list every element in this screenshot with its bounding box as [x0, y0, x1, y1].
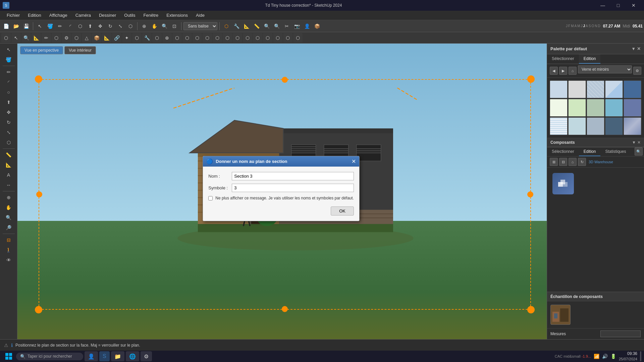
- tb2-13[interactable]: ✦: [122, 33, 131, 43]
- menu-aide[interactable]: Aide: [192, 11, 209, 19]
- ltb-select[interactable]: ↖: [2, 45, 15, 54]
- scale-button[interactable]: ⤡: [116, 21, 125, 31]
- comp-collapse[interactable]: ▼: [632, 140, 636, 145]
- mat-swatch[interactable]: [550, 117, 568, 135]
- ltb-offset[interactable]: ⬡: [2, 138, 15, 147]
- tb2-3[interactable]: 🔍: [21, 33, 31, 43]
- comp-search-icon[interactable]: 🔍: [635, 147, 643, 156]
- ltb-circle[interactable]: ○: [2, 87, 15, 97]
- ltb-arc[interactable]: ◜: [2, 77, 15, 87]
- mat-swatch[interactable]: [605, 99, 623, 117]
- ok-button[interactable]: OK: [331, 206, 354, 216]
- arc-button[interactable]: ◜: [65, 21, 75, 31]
- tool-8[interactable]: 👤: [302, 21, 312, 31]
- rotate-button[interactable]: ↻: [106, 21, 115, 31]
- mesures-input[interactable]: [600, 330, 641, 337]
- ltb-zoom2[interactable]: 🔎: [2, 223, 15, 232]
- viewport[interactable]: Vue en perspective Vue intérieur: [17, 44, 547, 339]
- mat-swatch[interactable]: [587, 80, 604, 98]
- section-plane-button[interactable]: ⬡: [222, 21, 231, 31]
- zoom-button[interactable]: 🔍: [160, 21, 169, 31]
- ltb-dim[interactable]: ↔: [2, 180, 15, 190]
- ltb-section[interactable]: ⊟: [2, 235, 15, 245]
- palette-collapse[interactable]: ▼: [631, 46, 636, 51]
- comp-nav-2[interactable]: ⊟: [559, 158, 567, 166]
- menu-extensions[interactable]: Extensions: [162, 11, 192, 19]
- mat-swatch[interactable]: [568, 99, 586, 117]
- perspective-button[interactable]: Vue en perspective: [20, 46, 63, 54]
- tab-edition[interactable]: Edition: [579, 54, 601, 64]
- tb2-18[interactable]: ⬡: [172, 33, 182, 43]
- new-button[interactable]: 📄: [1, 21, 11, 31]
- ltb-paint[interactable]: 🪣: [2, 55, 15, 64]
- taskbar-clock[interactable]: 09:36 25/07/2024: [619, 351, 637, 362]
- ltb-angle[interactable]: 📐: [2, 160, 15, 170]
- symbole-input[interactable]: [232, 184, 354, 192]
- ltb-zoom[interactable]: 🔍: [2, 213, 15, 222]
- tool-3[interactable]: 📏: [252, 21, 261, 31]
- comp-close[interactable]: ✕: [637, 140, 641, 145]
- materials-more[interactable]: ⚙: [633, 67, 641, 75]
- menu-affichage[interactable]: Affichage: [45, 11, 71, 19]
- ltb-tape[interactable]: 📏: [2, 150, 15, 160]
- tb2-7[interactable]: ⚙: [62, 33, 71, 43]
- comp-tab-edition[interactable]: Edition: [579, 147, 601, 156]
- task-files[interactable]: 📁: [111, 351, 124, 361]
- tb2-30[interactable]: ⬡: [293, 33, 303, 43]
- tb2-15[interactable]: 🔧: [142, 33, 152, 43]
- ltb-move[interactable]: ✥: [2, 108, 15, 117]
- tb2-17[interactable]: ⊕: [162, 33, 172, 43]
- tb2-12[interactable]: 🔗: [112, 33, 121, 43]
- ltb-line[interactable]: ✏: [2, 67, 15, 77]
- nom-input[interactable]: [232, 172, 354, 180]
- select-button[interactable]: ↖: [35, 21, 45, 31]
- tb2-20[interactable]: ⬡: [193, 33, 202, 43]
- mat-swatch[interactable]: [605, 117, 623, 135]
- shapes-button[interactable]: ⬡: [75, 21, 85, 31]
- nav-prev[interactable]: ◀: [550, 67, 558, 75]
- mat-swatch[interactable]: [587, 99, 604, 117]
- tool-7[interactable]: 📷: [292, 21, 302, 31]
- mat-swatch[interactable]: [624, 99, 641, 117]
- tb2-6[interactable]: ⬡: [52, 33, 61, 43]
- open-button[interactable]: 📂: [11, 21, 21, 31]
- nav-home[interactable]: ⌂: [569, 67, 577, 75]
- taskbar-search[interactable]: 🔍 Taper ici pour rechercher: [16, 353, 83, 360]
- tb2-9[interactable]: △: [82, 33, 91, 43]
- line-button[interactable]: ✏: [55, 21, 65, 31]
- offset-button[interactable]: ⬡: [126, 21, 135, 31]
- tab-selectionner[interactable]: Sélectionner: [547, 54, 579, 64]
- show-desktop-button[interactable]: [640, 351, 641, 361]
- tb2-22[interactable]: ⬡: [213, 33, 222, 43]
- menu-outils[interactable]: Outils: [120, 11, 139, 19]
- orbit-button[interactable]: ⊕: [140, 21, 149, 31]
- menu-camera[interactable]: Caméra: [71, 11, 95, 19]
- start-button[interactable]: [3, 351, 15, 361]
- materials-dropdown[interactable]: Verre et miroirs: [578, 65, 632, 73]
- mat-swatch[interactable]: [550, 80, 568, 98]
- tb2-27[interactable]: ⬡: [263, 33, 272, 43]
- tb2-25[interactable]: ⬡: [243, 33, 252, 43]
- tb2-2[interactable]: ↖: [11, 33, 21, 43]
- close-button[interactable]: ✕: [626, 0, 641, 11]
- ltb-text[interactable]: A: [2, 170, 15, 180]
- tb2-28[interactable]: ⬡: [273, 33, 282, 43]
- ltb-orbit[interactable]: ⊕: [2, 193, 15, 202]
- tag-dropdown[interactable]: Sans balise: [183, 22, 217, 30]
- task-chrome[interactable]: 🌐: [126, 351, 139, 361]
- tool-5[interactable]: 🔍: [272, 21, 281, 31]
- tb2-5[interactable]: ✏: [42, 33, 51, 43]
- ltb-pan[interactable]: ✋: [2, 203, 15, 212]
- tb2-10[interactable]: 📦: [92, 33, 101, 43]
- mat-swatch[interactable]: [568, 117, 586, 135]
- task-sketchup[interactable]: S: [99, 351, 110, 361]
- comp-tab-stats[interactable]: Statistiques: [600, 147, 631, 156]
- ltb-scale[interactable]: ⤡: [2, 128, 15, 137]
- ltb-look[interactable]: 👁: [2, 255, 15, 265]
- dialog-close-button[interactable]: ✕: [352, 158, 356, 165]
- tb2-26[interactable]: ⬡: [253, 33, 262, 43]
- tool-4[interactable]: 🔍: [262, 21, 271, 31]
- tool-9[interactable]: 📦: [312, 21, 322, 31]
- pan-button[interactable]: ✋: [150, 21, 159, 31]
- comp-nav-3[interactable]: ⌂: [569, 158, 577, 166]
